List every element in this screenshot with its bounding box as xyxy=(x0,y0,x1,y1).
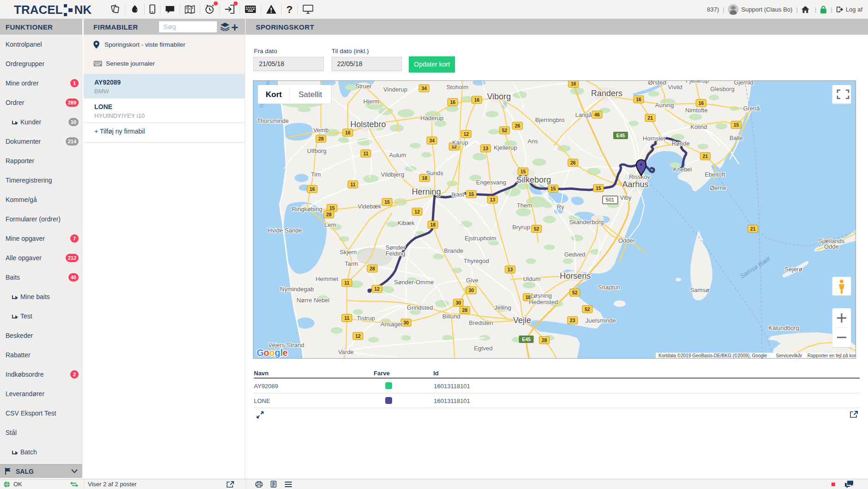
svg-text:Sunds: Sunds xyxy=(426,170,443,177)
svg-text:Horsens: Horsens xyxy=(560,271,591,281)
svg-text:Hedensted: Hedensted xyxy=(529,299,558,306)
svg-text:23: 23 xyxy=(570,318,575,323)
svg-text:16: 16 xyxy=(636,97,641,102)
svg-text:Videbæk: Videbæk xyxy=(357,203,382,210)
svg-text:Grenå: Grenå xyxy=(743,105,760,112)
svg-text:Vemb: Vemb xyxy=(313,127,328,134)
svg-text:Haderup: Haderup xyxy=(420,115,443,122)
svg-text:34: 34 xyxy=(429,138,435,143)
svg-text:Egtved: Egtved xyxy=(474,345,492,352)
svg-text:Ørsted: Ørsted xyxy=(648,81,666,86)
svg-text:Satellit: Satellit xyxy=(298,90,322,99)
svg-text:Sejerø: Sejerø xyxy=(785,266,802,273)
svg-text:Struer: Struer xyxy=(355,83,372,90)
svg-text:Ulfborg: Ulfborg xyxy=(307,147,326,154)
svg-text:Ry: Ry xyxy=(557,203,564,210)
svg-text:Lem: Lem xyxy=(324,221,336,228)
svg-text:Kolind: Kolind xyxy=(690,123,707,130)
svg-text:Nimtofte: Nimtofte xyxy=(685,107,708,114)
svg-text:Hjerm: Hjerm xyxy=(363,98,380,105)
svg-text:12: 12 xyxy=(355,333,361,339)
svg-text:G: G xyxy=(257,348,264,358)
svg-text:Them: Them xyxy=(517,202,532,209)
svg-text:Vildbjerg: Vildbjerg xyxy=(381,171,404,178)
svg-text:Samsø: Samsø xyxy=(690,287,709,293)
svg-text:Thorsminde: Thorsminde xyxy=(257,117,289,124)
svg-text:o: o xyxy=(264,348,269,358)
svg-text:Brande: Brande xyxy=(444,247,463,254)
svg-text:13: 13 xyxy=(490,197,495,202)
svg-text:Ringkøbing: Ringkøbing xyxy=(292,206,322,213)
svg-text:16: 16 xyxy=(450,99,456,105)
svg-text:Ans: Ans xyxy=(528,138,538,145)
svg-text:52: 52 xyxy=(572,290,578,295)
svg-text:30: 30 xyxy=(468,287,474,293)
svg-text:E45: E45 xyxy=(522,336,531,342)
svg-text:Ejstrupholm: Ejstrupholm xyxy=(465,235,497,242)
svg-text:Nørre Nebel: Nørre Nebel xyxy=(297,297,330,304)
svg-text:Grindsted: Grindsted xyxy=(407,304,433,311)
svg-text:13: 13 xyxy=(507,267,513,272)
svg-text:15: 15 xyxy=(550,186,556,191)
svg-text:15: 15 xyxy=(329,205,335,211)
svg-text:52: 52 xyxy=(585,306,590,312)
svg-text:28: 28 xyxy=(326,212,332,217)
svg-text:Bredsten: Bredsten xyxy=(469,319,493,326)
svg-text:Gjerrild: Gjerrild xyxy=(734,81,753,86)
svg-text:16: 16 xyxy=(345,130,351,135)
svg-text:Ansager: Ansager xyxy=(381,321,403,328)
svg-text:Randers: Randers xyxy=(591,89,622,98)
svg-text:18: 18 xyxy=(430,222,436,227)
svg-text:Løsning: Løsning xyxy=(530,292,552,299)
svg-text:Kalundborg: Kalundborg xyxy=(769,324,800,331)
svg-text:Felding: Felding xyxy=(386,250,406,257)
svg-text:Kibæk: Kibæk xyxy=(398,220,415,226)
svg-text:Odder: Odder xyxy=(618,237,635,244)
svg-text:Hemmet: Hemmet xyxy=(315,275,339,282)
svg-text:Silkeborg: Silkeborg xyxy=(516,175,551,184)
svg-text:Give: Give xyxy=(466,277,479,284)
svg-text:26: 26 xyxy=(515,123,520,128)
svg-text:Skjern: Skjern xyxy=(340,249,357,256)
svg-text:Hornslet: Hornslet xyxy=(643,135,665,142)
svg-text:Billund: Billund xyxy=(442,313,460,320)
svg-text:28: 28 xyxy=(369,266,375,271)
svg-text:Tarm: Tarm xyxy=(345,260,358,267)
svg-text:Hvide Sande: Hvide Sande xyxy=(268,227,302,234)
svg-text:Jelling: Jelling xyxy=(494,304,511,311)
svg-text:12: 12 xyxy=(414,209,420,214)
svg-text:11: 11 xyxy=(344,280,349,286)
svg-text:16: 16 xyxy=(571,81,576,86)
svg-text:Holstebro: Holstebro xyxy=(350,120,386,129)
svg-text:Aulum: Aulum xyxy=(389,152,406,159)
svg-text:e: e xyxy=(283,348,288,358)
svg-text:30: 30 xyxy=(456,300,461,306)
svg-text:Servicevilkår: Servicevilkår xyxy=(776,353,802,358)
svg-text:21: 21 xyxy=(647,115,653,121)
svg-text:Skanderborg: Skanderborg xyxy=(569,219,603,226)
svg-text:Fjellerup: Fjellerup xyxy=(686,81,709,84)
svg-text:Gedved: Gedved xyxy=(564,251,585,258)
svg-text:12: 12 xyxy=(463,131,469,137)
svg-text:Viborg: Viborg xyxy=(487,92,511,101)
svg-text:Øerne: Øerne xyxy=(710,184,726,191)
svg-text:11: 11 xyxy=(350,182,355,187)
svg-text:Herning: Herning xyxy=(412,187,441,196)
svg-text:Kortdata ©2019 GeoBasis-DE/BKG: Kortdata ©2019 GeoBasis-DE/BKG (©2009), … xyxy=(659,353,767,358)
svg-text:Odde: Odde xyxy=(824,243,839,250)
svg-text:Sønder-Omme: Sønder-Omme xyxy=(394,279,434,286)
svg-text:46: 46 xyxy=(594,112,600,117)
svg-text:21: 21 xyxy=(702,153,708,159)
svg-text:Risskov: Risskov xyxy=(629,173,650,180)
svg-text:30: 30 xyxy=(403,320,409,325)
svg-text:26: 26 xyxy=(570,160,576,165)
svg-text:52: 52 xyxy=(534,226,539,232)
svg-text:Stoholm: Stoholm xyxy=(446,84,468,91)
svg-text:Karup: Karup xyxy=(452,139,468,146)
svg-text:Thyregod: Thyregod xyxy=(464,257,489,264)
svg-text:16: 16 xyxy=(309,186,315,192)
svg-text:Tistrup: Tistrup xyxy=(357,315,375,322)
svg-text:Aarhus: Aarhus xyxy=(622,180,648,189)
svg-text:o: o xyxy=(269,348,275,358)
svg-text:52: 52 xyxy=(502,128,507,133)
